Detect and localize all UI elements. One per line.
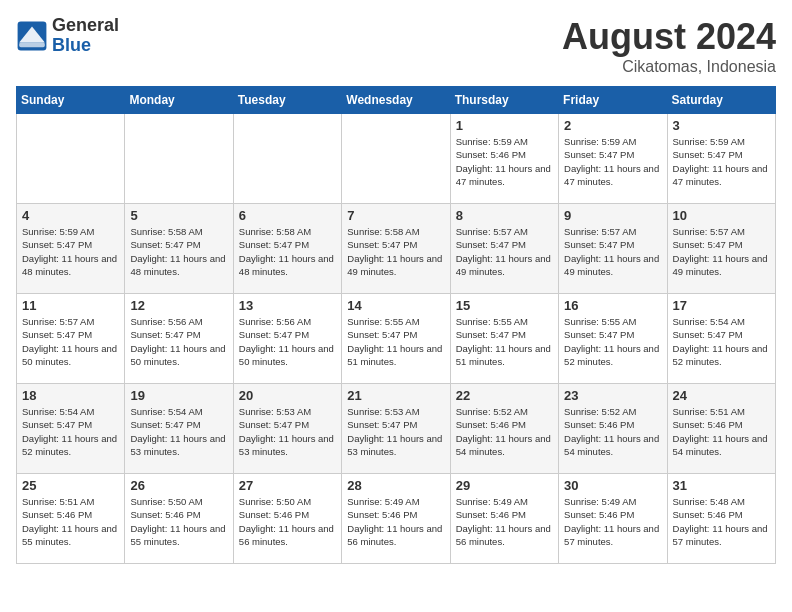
day-info: Sunrise: 5:54 AM Sunset: 5:47 PM Dayligh… bbox=[673, 315, 770, 368]
logo: General Blue bbox=[16, 16, 119, 56]
day-number: 24 bbox=[673, 388, 770, 403]
day-number: 3 bbox=[673, 118, 770, 133]
calendar-cell: 27Sunrise: 5:50 AM Sunset: 5:46 PM Dayli… bbox=[233, 474, 341, 564]
day-number: 10 bbox=[673, 208, 770, 223]
day-info: Sunrise: 5:56 AM Sunset: 5:47 PM Dayligh… bbox=[239, 315, 336, 368]
calendar-cell: 3Sunrise: 5:59 AM Sunset: 5:47 PM Daylig… bbox=[667, 114, 775, 204]
day-number: 15 bbox=[456, 298, 553, 313]
day-info: Sunrise: 5:55 AM Sunset: 5:47 PM Dayligh… bbox=[347, 315, 444, 368]
day-info: Sunrise: 5:49 AM Sunset: 5:46 PM Dayligh… bbox=[564, 495, 661, 548]
calendar-cell: 24Sunrise: 5:51 AM Sunset: 5:46 PM Dayli… bbox=[667, 384, 775, 474]
calendar-cell: 19Sunrise: 5:54 AM Sunset: 5:47 PM Dayli… bbox=[125, 384, 233, 474]
calendar-cell: 14Sunrise: 5:55 AM Sunset: 5:47 PM Dayli… bbox=[342, 294, 450, 384]
day-number: 21 bbox=[347, 388, 444, 403]
day-info: Sunrise: 5:58 AM Sunset: 5:47 PM Dayligh… bbox=[130, 225, 227, 278]
header-saturday: Saturday bbox=[667, 87, 775, 114]
logo-text: General Blue bbox=[52, 16, 119, 56]
day-number: 18 bbox=[22, 388, 119, 403]
logo-blue: Blue bbox=[52, 36, 119, 56]
calendar-subtitle: Cikatomas, Indonesia bbox=[562, 58, 776, 76]
calendar-cell: 15Sunrise: 5:55 AM Sunset: 5:47 PM Dayli… bbox=[450, 294, 558, 384]
calendar-cell: 9Sunrise: 5:57 AM Sunset: 5:47 PM Daylig… bbox=[559, 204, 667, 294]
day-info: Sunrise: 5:51 AM Sunset: 5:46 PM Dayligh… bbox=[22, 495, 119, 548]
day-header-row: SundayMondayTuesdayWednesdayThursdayFrid… bbox=[17, 87, 776, 114]
header-monday: Monday bbox=[125, 87, 233, 114]
day-number: 27 bbox=[239, 478, 336, 493]
day-number: 5 bbox=[130, 208, 227, 223]
calendar-cell: 1Sunrise: 5:59 AM Sunset: 5:46 PM Daylig… bbox=[450, 114, 558, 204]
week-row-4: 25Sunrise: 5:51 AM Sunset: 5:46 PM Dayli… bbox=[17, 474, 776, 564]
calendar-title: August 2024 bbox=[562, 16, 776, 58]
calendar-cell: 5Sunrise: 5:58 AM Sunset: 5:47 PM Daylig… bbox=[125, 204, 233, 294]
calendar-cell: 28Sunrise: 5:49 AM Sunset: 5:46 PM Dayli… bbox=[342, 474, 450, 564]
day-number: 23 bbox=[564, 388, 661, 403]
calendar-cell: 29Sunrise: 5:49 AM Sunset: 5:46 PM Dayli… bbox=[450, 474, 558, 564]
week-row-2: 11Sunrise: 5:57 AM Sunset: 5:47 PM Dayli… bbox=[17, 294, 776, 384]
day-number: 28 bbox=[347, 478, 444, 493]
calendar-cell: 22Sunrise: 5:52 AM Sunset: 5:46 PM Dayli… bbox=[450, 384, 558, 474]
day-number: 25 bbox=[22, 478, 119, 493]
calendar-table: SundayMondayTuesdayWednesdayThursdayFrid… bbox=[16, 86, 776, 564]
day-info: Sunrise: 5:48 AM Sunset: 5:46 PM Dayligh… bbox=[673, 495, 770, 548]
day-number: 19 bbox=[130, 388, 227, 403]
day-info: Sunrise: 5:59 AM Sunset: 5:46 PM Dayligh… bbox=[456, 135, 553, 188]
day-info: Sunrise: 5:55 AM Sunset: 5:47 PM Dayligh… bbox=[564, 315, 661, 368]
calendar-cell bbox=[233, 114, 341, 204]
day-number: 8 bbox=[456, 208, 553, 223]
header-wednesday: Wednesday bbox=[342, 87, 450, 114]
day-info: Sunrise: 5:57 AM Sunset: 5:47 PM Dayligh… bbox=[564, 225, 661, 278]
calendar-cell: 10Sunrise: 5:57 AM Sunset: 5:47 PM Dayli… bbox=[667, 204, 775, 294]
header-sunday: Sunday bbox=[17, 87, 125, 114]
calendar-cell: 13Sunrise: 5:56 AM Sunset: 5:47 PM Dayli… bbox=[233, 294, 341, 384]
day-info: Sunrise: 5:49 AM Sunset: 5:46 PM Dayligh… bbox=[347, 495, 444, 548]
calendar-cell: 4Sunrise: 5:59 AM Sunset: 5:47 PM Daylig… bbox=[17, 204, 125, 294]
day-info: Sunrise: 5:52 AM Sunset: 5:46 PM Dayligh… bbox=[456, 405, 553, 458]
day-info: Sunrise: 5:57 AM Sunset: 5:47 PM Dayligh… bbox=[673, 225, 770, 278]
calendar-cell: 11Sunrise: 5:57 AM Sunset: 5:47 PM Dayli… bbox=[17, 294, 125, 384]
day-info: Sunrise: 5:53 AM Sunset: 5:47 PM Dayligh… bbox=[347, 405, 444, 458]
day-info: Sunrise: 5:54 AM Sunset: 5:47 PM Dayligh… bbox=[130, 405, 227, 458]
day-info: Sunrise: 5:53 AM Sunset: 5:47 PM Dayligh… bbox=[239, 405, 336, 458]
day-number: 2 bbox=[564, 118, 661, 133]
calendar-cell bbox=[125, 114, 233, 204]
calendar-cell: 20Sunrise: 5:53 AM Sunset: 5:47 PM Dayli… bbox=[233, 384, 341, 474]
day-number: 26 bbox=[130, 478, 227, 493]
day-info: Sunrise: 5:52 AM Sunset: 5:46 PM Dayligh… bbox=[564, 405, 661, 458]
day-info: Sunrise: 5:58 AM Sunset: 5:47 PM Dayligh… bbox=[347, 225, 444, 278]
calendar-cell: 16Sunrise: 5:55 AM Sunset: 5:47 PM Dayli… bbox=[559, 294, 667, 384]
week-row-1: 4Sunrise: 5:59 AM Sunset: 5:47 PM Daylig… bbox=[17, 204, 776, 294]
day-number: 11 bbox=[22, 298, 119, 313]
calendar-cell bbox=[342, 114, 450, 204]
calendar-cell: 8Sunrise: 5:57 AM Sunset: 5:47 PM Daylig… bbox=[450, 204, 558, 294]
day-info: Sunrise: 5:59 AM Sunset: 5:47 PM Dayligh… bbox=[22, 225, 119, 278]
calendar-cell: 25Sunrise: 5:51 AM Sunset: 5:46 PM Dayli… bbox=[17, 474, 125, 564]
week-row-3: 18Sunrise: 5:54 AM Sunset: 5:47 PM Dayli… bbox=[17, 384, 776, 474]
svg-rect-2 bbox=[19, 42, 45, 47]
calendar-cell: 2Sunrise: 5:59 AM Sunset: 5:47 PM Daylig… bbox=[559, 114, 667, 204]
page-header: General Blue August 2024 Cikatomas, Indo… bbox=[16, 16, 776, 76]
calendar-cell bbox=[17, 114, 125, 204]
day-number: 20 bbox=[239, 388, 336, 403]
day-number: 6 bbox=[239, 208, 336, 223]
day-number: 16 bbox=[564, 298, 661, 313]
day-info: Sunrise: 5:59 AM Sunset: 5:47 PM Dayligh… bbox=[564, 135, 661, 188]
calendar-cell: 6Sunrise: 5:58 AM Sunset: 5:47 PM Daylig… bbox=[233, 204, 341, 294]
day-info: Sunrise: 5:59 AM Sunset: 5:47 PM Dayligh… bbox=[673, 135, 770, 188]
day-number: 7 bbox=[347, 208, 444, 223]
day-info: Sunrise: 5:55 AM Sunset: 5:47 PM Dayligh… bbox=[456, 315, 553, 368]
day-info: Sunrise: 5:49 AM Sunset: 5:46 PM Dayligh… bbox=[456, 495, 553, 548]
day-number: 4 bbox=[22, 208, 119, 223]
week-row-0: 1Sunrise: 5:59 AM Sunset: 5:46 PM Daylig… bbox=[17, 114, 776, 204]
calendar-cell: 31Sunrise: 5:48 AM Sunset: 5:46 PM Dayli… bbox=[667, 474, 775, 564]
calendar-cell: 21Sunrise: 5:53 AM Sunset: 5:47 PM Dayli… bbox=[342, 384, 450, 474]
day-info: Sunrise: 5:58 AM Sunset: 5:47 PM Dayligh… bbox=[239, 225, 336, 278]
day-info: Sunrise: 5:50 AM Sunset: 5:46 PM Dayligh… bbox=[130, 495, 227, 548]
day-number: 17 bbox=[673, 298, 770, 313]
calendar-cell: 12Sunrise: 5:56 AM Sunset: 5:47 PM Dayli… bbox=[125, 294, 233, 384]
day-info: Sunrise: 5:54 AM Sunset: 5:47 PM Dayligh… bbox=[22, 405, 119, 458]
day-number: 30 bbox=[564, 478, 661, 493]
day-number: 22 bbox=[456, 388, 553, 403]
logo-general: General bbox=[52, 16, 119, 36]
day-number: 31 bbox=[673, 478, 770, 493]
day-info: Sunrise: 5:51 AM Sunset: 5:46 PM Dayligh… bbox=[673, 405, 770, 458]
